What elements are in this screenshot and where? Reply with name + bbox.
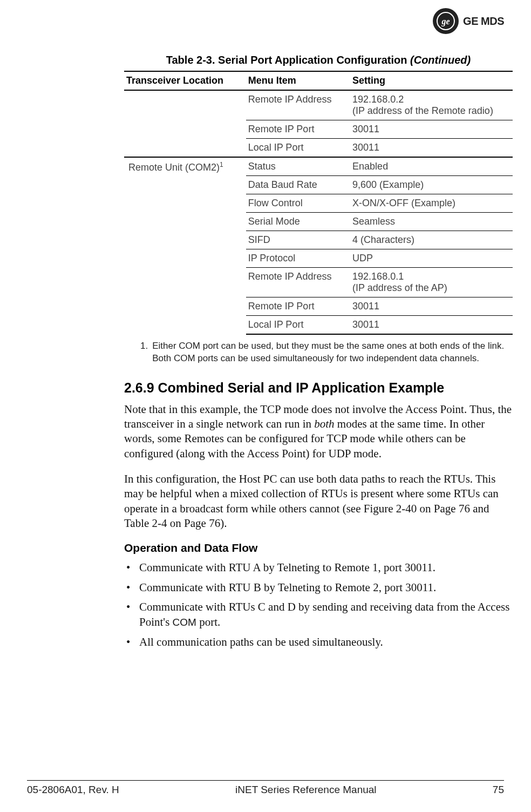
cell-setting: 9,600 (Example) — [350, 176, 513, 194]
body-paragraph: In this configuration, the Host PC can u… — [124, 472, 513, 531]
cell-menu: Remote IP Address — [246, 268, 350, 297]
sub-heading: Operation and Data Flow — [124, 542, 513, 554]
footnote-text: Either COM port can be used, but they mu… — [152, 340, 513, 365]
cell-setting: Seamless — [350, 213, 513, 231]
brand-logo: ge GE MDS — [433, 8, 504, 34]
cell-menu: Status — [246, 157, 350, 176]
list-item: All communication paths can be used simu… — [124, 634, 513, 649]
location-footnote-ref: 1 — [220, 161, 223, 168]
location-text: Remote Unit (COM2) — [128, 162, 220, 173]
table-footnote: 1. Either COM port can be used, but they… — [140, 340, 513, 365]
para1-em: both — [314, 417, 334, 430]
cell-setting: 30011 — [350, 139, 513, 158]
svg-text:ge: ge — [441, 17, 450, 26]
bullet-list: Communicate with RTU A by Telneting to R… — [124, 560, 513, 649]
cell-setting: 192.168.0.1(IP address of the AP) — [350, 268, 513, 297]
list-item: Communicate with RTU A by Telneting to R… — [124, 560, 513, 575]
footnote-number: 1. — [140, 340, 148, 365]
list-item: Communicate with RTUs C and D by sending… — [124, 599, 513, 630]
table-caption: Table 2-3. Serial Port Application Confi… — [124, 54, 513, 66]
cell-setting: UDP — [350, 249, 513, 268]
cell-menu: Remote IP Port — [246, 120, 350, 139]
cell-menu: Data Baud Rate — [246, 176, 350, 194]
cell-location — [124, 90, 246, 157]
list-item: Communicate with RTU B by Telneting to R… — [124, 580, 513, 595]
cell-setting: 30011 — [350, 297, 513, 316]
cell-menu: Flow Control — [246, 194, 350, 213]
cell-setting: 4 (Characters) — [350, 231, 513, 249]
page-content: Table 2-3. Serial Port Application Confi… — [124, 54, 513, 649]
cell-setting: Enabled — [350, 157, 513, 176]
th-location: Transceiver Location — [124, 71, 246, 90]
footer-center: iNET Series Reference Manual — [235, 784, 377, 796]
cell-setting: 30011 — [350, 316, 513, 335]
table-header-row: Transceiver Location Menu Item Setting — [124, 71, 513, 90]
cell-menu: Remote IP Address — [246, 90, 350, 120]
table-caption-continued: (Continued) — [410, 54, 471, 66]
table-caption-main: Table 2-3. Serial Port Application Confi… — [166, 54, 407, 66]
footer-left: 05-2806A01, Rev. H — [27, 784, 119, 796]
cell-setting: 192.168.0.2(IP address of the Remote rad… — [350, 90, 513, 120]
config-table: Transceiver Location Menu Item Setting R… — [124, 71, 513, 335]
cell-menu: SIFD — [246, 231, 350, 249]
cell-menu: Remote IP Port — [246, 297, 350, 316]
list-item-text: Communicate with RTUs C and D by sending… — [139, 600, 509, 628]
cell-location: Remote Unit (COM2)1 — [124, 157, 246, 334]
cell-menu: Local IP Port — [246, 139, 350, 158]
th-setting: Setting — [350, 71, 513, 90]
cell-menu: Serial Mode — [246, 213, 350, 231]
cell-menu: IP Protocol — [246, 249, 350, 268]
brand-text: GE MDS — [463, 15, 504, 28]
cell-setting: X-ON/X-OFF (Example) — [350, 194, 513, 213]
table-row: Remote Unit (COM2)1 Status Enabled — [124, 157, 513, 176]
body-paragraph: Note that in this example, the TCP mode … — [124, 402, 513, 461]
table-row: Remote IP Address 192.168.0.2(IP address… — [124, 90, 513, 120]
ge-monogram-icon: ge — [433, 8, 459, 34]
th-menu: Menu Item — [246, 71, 350, 90]
cell-menu: Local IP Port — [246, 316, 350, 335]
cell-setting: 30011 — [350, 120, 513, 139]
page-footer: 05-2806A01, Rev. H iNET Series Reference… — [27, 780, 504, 796]
footer-right: 75 — [493, 784, 504, 796]
section-heading: 2.6.9 Combined Serial and IP Application… — [124, 380, 513, 396]
